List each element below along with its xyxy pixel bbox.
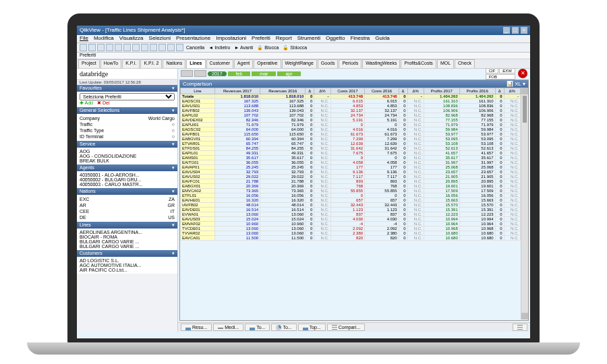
favourites-select[interactable]: Seleziona Preferiti bbox=[80, 93, 175, 100]
tool-new-icon[interactable] bbox=[80, 44, 87, 51]
menu-presentazione[interactable]: Presentazione bbox=[176, 35, 210, 42]
close-grid-icon[interactable]: ▾ bbox=[523, 81, 525, 87]
menu-report[interactable]: Report bbox=[276, 35, 292, 42]
vertical-scrollbar[interactable] bbox=[521, 88, 528, 320]
tool-open-icon[interactable] bbox=[88, 44, 96, 51]
close-button[interactable]: × bbox=[521, 27, 527, 34]
result-chart-button[interactable]: Resu... bbox=[181, 324, 212, 331]
table-row[interactable]: EAITG0136.05536.0550N.C.4.0584.0580N.C.3… bbox=[181, 160, 521, 165]
table-row[interactable]: EMVCA0273.36573.3650N.C.55.85555.8550N.C… bbox=[181, 189, 521, 193]
scroll-thumb[interactable] bbox=[523, 96, 527, 123]
menu-strumenti[interactable]: Strumenti bbox=[297, 35, 320, 42]
column-header[interactable]: Profits 2017 bbox=[424, 88, 459, 94]
column-header[interactable]: Costs 2016 bbox=[365, 88, 399, 94]
list-item[interactable]: AGC AUTOMOTIVE ITALIA... bbox=[80, 263, 175, 268]
list-item[interactable]: BULGARI CARGO VARIE ... bbox=[80, 239, 175, 244]
list-item[interactable]: AIR PACIFIC CO.Ltd... bbox=[80, 268, 175, 272]
tool-redo-icon[interactable] bbox=[132, 44, 140, 51]
tool-undo-icon[interactable] bbox=[123, 44, 131, 51]
extra-grid-button[interactable] bbox=[513, 324, 527, 331]
del-button[interactable]: ✖ Del bbox=[97, 100, 109, 106]
column-header[interactable]: Revenues 2017 bbox=[214, 88, 260, 94]
column-header[interactable]: Δ bbox=[495, 88, 504, 94]
table-row[interactable]: EADSC0264.00064.0000N.C.4.0164.0160N.C.5… bbox=[181, 127, 521, 132]
list-item[interactable]: 40350001 - ALO-AEROSH... bbox=[80, 173, 175, 177]
kg-button[interactable] bbox=[181, 70, 193, 77]
column-header[interactable]: Line bbox=[181, 88, 215, 94]
tab-weightrange[interactable]: WeightRange bbox=[282, 59, 317, 68]
tab-wastingweeks[interactable]: WastingWeeks bbox=[362, 59, 400, 68]
tab-nations[interactable]: Nations bbox=[163, 59, 185, 68]
collapse-icon[interactable]: ▾ bbox=[172, 142, 175, 147]
table-row[interactable]: EAPIL0149.33149.3310N.C.7.6757.6750N.C.4… bbox=[181, 151, 521, 156]
menu-preferiti[interactable]: Preferiti bbox=[252, 35, 270, 42]
tool-cancella[interactable]: Cancella bbox=[185, 45, 206, 50]
tab-profitscosts[interactable]: Profits&Costs bbox=[401, 59, 436, 68]
add-button[interactable]: ✚ Add bbox=[80, 100, 93, 106]
table-row[interactable]: EAMS0135.61735.6170N.C.000N.C.35.61735.6… bbox=[181, 156, 521, 160]
top-chart-button[interactable]: Top... bbox=[298, 324, 326, 331]
tab-goods[interactable]: Goods bbox=[318, 59, 339, 68]
collapse-icon[interactable]: ▾ bbox=[172, 165, 175, 171]
table-row[interactable]: EAVUS0229.02229.0220N.C.7.1177.1170N.C.2… bbox=[181, 175, 521, 179]
column-header[interactable]: Δ% bbox=[314, 88, 330, 94]
table-row[interactable]: EABGV0160.39460.3940N.C.7.2997.2990N.C.5… bbox=[181, 137, 521, 142]
collapse-icon[interactable]: ▾ bbox=[172, 189, 175, 194]
tool-sblocca[interactable]: 🔓 Sblocca bbox=[281, 45, 308, 51]
column-header[interactable]: Costs 2017 bbox=[330, 88, 365, 94]
unit-button[interactable] bbox=[194, 70, 206, 77]
list-item[interactable]: 40050002 - BULGARI GRU... bbox=[80, 177, 175, 182]
table-row[interactable]: EAVUS0315.02415.0240N.C.4.0304.0300N.C.1… bbox=[181, 217, 521, 222]
list-item[interactable]: AEROLINEAS ARGENTINA... bbox=[80, 230, 175, 235]
column-header[interactable]: Profits 2016 bbox=[459, 88, 495, 94]
table-row[interactable]: EAVFB01115.650115.6500N.C.61.67361.6730N… bbox=[181, 132, 521, 137]
to-pie-button[interactable]: To... bbox=[271, 324, 296, 331]
table-row[interactable]: EAPIL02107.702107.7020N.C.24.73424.7340N… bbox=[181, 113, 521, 118]
collapse-icon[interactable]: ▾ bbox=[172, 251, 175, 256]
menu-visualizza[interactable]: Visualizza bbox=[119, 35, 144, 42]
column-header[interactable]: Δ bbox=[306, 88, 314, 94]
menu-selezioni[interactable]: Selezioni bbox=[149, 35, 171, 42]
table-row[interactable]: EAPUI0171.97971.9790N.C.000N.C.71.97971.… bbox=[181, 123, 521, 127]
tab-check[interactable]: Check bbox=[455, 59, 475, 68]
month-feb[interactable]: feb bbox=[228, 71, 251, 76]
tab-agent[interactable]: Agent bbox=[234, 59, 253, 68]
tool-table-icon[interactable] bbox=[167, 44, 175, 51]
list-item[interactable]: BIOCAIR - ROMA bbox=[80, 235, 175, 239]
table-row[interactable]: IAVFB0248.01448.0140N.C.32.44332.4430N.C… bbox=[181, 203, 521, 208]
list-item[interactable]: BULGARI CARGO VARIE ... bbox=[80, 244, 175, 249]
table-row[interactable]: ETFDS0184.25584.2550N.C.31.64231.6420N.C… bbox=[181, 146, 521, 151]
column-header[interactable]: Δ% bbox=[407, 88, 424, 94]
list-item[interactable]: AOG - CONSOLIDAZIONE bbox=[80, 154, 175, 158]
column-header[interactable]: Revenues 2016 bbox=[260, 88, 306, 94]
tab-kpi2[interactable]: K.P.I. 2 bbox=[140, 59, 162, 68]
table-row[interactable]: EVWA0113.06013.0600N.C.8378370N.C.12.223… bbox=[181, 212, 521, 217]
menu-finestra[interactable]: Finestra bbox=[350, 35, 370, 42]
compari-button[interactable]: Compari... bbox=[327, 324, 365, 331]
year-pill[interactable]: 2017 bbox=[208, 71, 227, 76]
table-row[interactable]: EAVUS01113.688113.6880N.C.4.8534.8530N.C… bbox=[181, 104, 521, 109]
month-apr[interactable]: apr bbox=[277, 71, 300, 76]
tool-layout-icon[interactable] bbox=[150, 44, 157, 51]
table-row[interactable]: EAVUS0432.79332.7930N.C.9.1369.1360N.C.2… bbox=[181, 170, 521, 175]
tool-chart-icon[interactable] bbox=[158, 44, 166, 51]
collapse-icon[interactable]: ▾ bbox=[172, 86, 175, 91]
tool-search-icon[interactable] bbox=[141, 44, 148, 51]
tab-mol[interactable]: MOL bbox=[437, 59, 454, 68]
menu-oggetto[interactable]: Oggetto bbox=[326, 35, 345, 42]
table-row[interactable]: ETVAR0165.74765.7470N.C.12.63912.6390N.C… bbox=[181, 142, 521, 146]
list-item[interactable]: BREAK BULK bbox=[80, 158, 175, 163]
menu-file[interactable]: File bbox=[80, 35, 88, 42]
table-row[interactable]: ETFL0116.05616.0560N.C.000N.C.16.05616.0… bbox=[181, 193, 521, 198]
month-mar[interactable]: mar bbox=[252, 71, 276, 76]
fob-button[interactable]: FOB bbox=[486, 74, 515, 80]
export-icon[interactable]: 📊 bbox=[507, 81, 513, 87]
excel-icon[interactable]: XL bbox=[515, 81, 521, 87]
table-row[interactable]: EABGX0120.36920.3690N.C.7687680N.C.19.60… bbox=[181, 184, 521, 189]
scroll-down-icon[interactable] bbox=[521, 313, 528, 320]
menu-modifica[interactable]: Modifica bbox=[94, 35, 114, 42]
maximize-button[interactable]: □ bbox=[512, 27, 519, 34]
tool-refresh-icon[interactable] bbox=[115, 44, 122, 51]
to-chart-button[interactable]: To... bbox=[245, 324, 270, 331]
table-row[interactable]: EMVAF0210.96010.9600N.C.-4-40N.C.10.9641… bbox=[181, 222, 521, 226]
